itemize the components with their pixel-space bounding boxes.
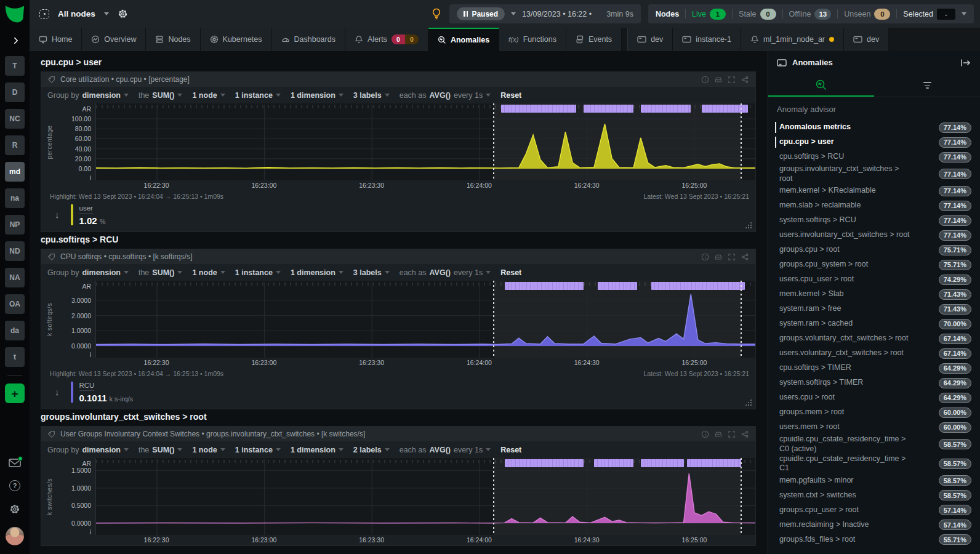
- dimension-sort-icon[interactable]: ↓: [55, 387, 60, 397]
- settings-icon[interactable]: [9, 504, 20, 515]
- highlight-edge[interactable]: [493, 281, 494, 358]
- tab-filters[interactable]: [874, 74, 980, 97]
- netdata-logo[interactable]: [0, 0, 30, 28]
- toolbar-dropdown[interactable]: 2 labels: [353, 446, 390, 454]
- toolbar-dropdown[interactable]: 1 node: [192, 446, 225, 454]
- space-T[interactable]: T: [5, 56, 25, 76]
- anomaly-list-item[interactable]: system.ram > free71.43%: [777, 302, 971, 316]
- toolbar-dropdown[interactable]: 1 instance: [235, 91, 281, 100]
- expand-sidebar-button[interactable]: [8, 34, 22, 47]
- pause-button[interactable]: Paused: [457, 7, 505, 20]
- anomaly-list-item[interactable]: mem.kernel > KReclaimable77.14%: [777, 183, 971, 198]
- tab-home[interactable]: Home: [30, 28, 82, 51]
- anomaly-list-item[interactable]: cpu.softirqs > TIMER64.29%: [777, 361, 971, 375]
- anomaly-list-item[interactable]: groups.involuntary_ctxt_switches > root7…: [777, 164, 971, 183]
- toolbar-dropdown[interactable]: 1 node: [192, 91, 225, 100]
- anomaly-list-item[interactable]: groups.mem > root60.00%: [777, 405, 971, 420]
- toolbar-dropdown[interactable]: 3 labels: [353, 268, 390, 277]
- tab-alerts[interactable]: Alerts00: [345, 28, 428, 51]
- dimension-sort-icon[interactable]: ↓: [55, 209, 60, 220]
- anomaly-list-item[interactable]: system.ram > cached70.00%: [777, 316, 971, 331]
- share-icon[interactable]: [741, 430, 749, 438]
- anomaly-list-item[interactable]: cpuidle.cpu_cstate_residency_time > C0 (…: [777, 435, 971, 454]
- user-avatar[interactable]: [6, 527, 24, 545]
- chart-plot-area[interactable]: [95, 281, 755, 358]
- anomaly-list-item[interactable]: cpu.cpu > user77.14%: [777, 135, 971, 150]
- info-icon[interactable]: [701, 253, 709, 261]
- chart-plot-area[interactable]: [95, 103, 755, 180]
- nodes-selected[interactable]: Selected-: [903, 9, 955, 20]
- toolbar-dropdown[interactable]: each asAVG()every 1s: [400, 446, 491, 454]
- chevron-down-icon[interactable]: [962, 12, 966, 15]
- toolbar-dropdown[interactable]: theSUM(): [139, 446, 183, 454]
- nodes-live[interactable]: Live1: [692, 9, 726, 20]
- reset-button[interactable]: Reset: [500, 446, 521, 454]
- toolbar-dropdown[interactable]: Group bydimension: [47, 91, 129, 100]
- space-t[interactable]: t: [5, 347, 25, 367]
- resize-handle[interactable]: [745, 222, 752, 228]
- space-na[interactable]: na: [5, 188, 25, 208]
- space-ND[interactable]: ND: [5, 241, 25, 261]
- anomaly-list-item[interactable]: groups.cpu_system > root75.71%: [777, 257, 971, 272]
- toolbar-dropdown[interactable]: 1 dimension: [291, 91, 343, 100]
- space-NA[interactable]: NA: [5, 268, 25, 287]
- chevron-down-icon[interactable]: [104, 12, 109, 15]
- space-D[interactable]: D: [5, 82, 25, 102]
- drawer-icon[interactable]: [714, 76, 723, 84]
- anomaly-list-item[interactable]: groups.fds_files > root55.71%: [777, 532, 971, 547]
- add-space-button[interactable]: +: [5, 383, 25, 403]
- expand-icon[interactable]: [728, 253, 736, 261]
- tab-functions[interactable]: f(x)Functions: [499, 28, 566, 51]
- toolbar-dropdown[interactable]: theSUM(): [139, 268, 183, 277]
- chart-plot-area[interactable]: [95, 458, 755, 535]
- help-icon[interactable]: ?: [9, 480, 20, 491]
- anomaly-list-item[interactable]: users.involuntary_ctxt_switches > root77…: [777, 228, 971, 243]
- collapse-sidebar-icon[interactable]: [960, 58, 971, 67]
- space-settings-icon[interactable]: [118, 9, 128, 19]
- date-range[interactable]: 13/09/2023 • 16:22 •: [522, 10, 592, 18]
- expand-icon[interactable]: [728, 430, 736, 438]
- reset-button[interactable]: Reset: [500, 91, 521, 100]
- tab-instance-1[interactable]: instance-1: [673, 28, 741, 51]
- anomaly-list-item[interactable]: groups.voluntary_ctxt_switches > root67.…: [777, 331, 971, 346]
- anomaly-list-item[interactable]: system.softirqs > TIMER64.29%: [777, 375, 971, 390]
- highlight-edge[interactable]: [741, 103, 742, 180]
- tab-dashboards[interactable]: Dashboards: [272, 28, 345, 51]
- share-icon[interactable]: [741, 76, 749, 84]
- tab-ml-1min-node-ar[interactable]: ml_1min_node_ar: [741, 28, 844, 51]
- anomaly-list-item[interactable]: cpuidle.cpu_cstate_residency_time > C158…: [777, 454, 971, 473]
- legend-dimension-name[interactable]: user: [79, 204, 93, 214]
- toolbar-dropdown[interactable]: 1 node: [192, 268, 225, 277]
- info-icon[interactable]: [701, 430, 709, 438]
- resize-handle[interactable]: [745, 399, 752, 406]
- space-NP[interactable]: NP: [5, 215, 25, 235]
- anomaly-list-item[interactable]: mem.pgfaults > minor58.57%: [777, 473, 971, 488]
- tab-anomalies[interactable]: Anomalies: [428, 28, 499, 51]
- legend-dimension-name[interactable]: RCU: [79, 382, 95, 391]
- highlight-edge[interactable]: [493, 103, 494, 180]
- space-NC[interactable]: NC: [5, 109, 25, 129]
- space-R[interactable]: R: [5, 135, 25, 155]
- anomaly-list-item[interactable]: users.voluntary_ctxt_switches > root67.1…: [777, 346, 971, 361]
- anomaly-list-item[interactable]: system.ctxt > switches58.57%: [777, 488, 971, 503]
- anomaly-list-item[interactable]: users.cpu > root64.29%: [777, 390, 971, 405]
- toolbar-dropdown[interactable]: Group bydimension: [47, 446, 129, 454]
- highlight-edge[interactable]: [741, 281, 742, 358]
- highlight-edge[interactable]: [493, 458, 494, 535]
- space-OA[interactable]: OA: [5, 294, 25, 314]
- tab-dev[interactable]: dev: [628, 28, 673, 51]
- toolbar-dropdown[interactable]: 3 labels: [353, 91, 390, 100]
- anomaly-list-item[interactable]: users.cpu_user > root74.29%: [777, 272, 971, 287]
- news-icon[interactable]: [9, 458, 21, 468]
- tab-nodes[interactable]: Nodes: [146, 28, 200, 51]
- info-icon[interactable]: [701, 76, 709, 84]
- anomaly-list-item[interactable]: cpu.softirqs > RCU77.14%: [777, 150, 971, 164]
- space-da[interactable]: da: [5, 321, 25, 340]
- nodes-stale[interactable]: Stale0: [739, 9, 776, 20]
- nodes-unseen[interactable]: Unseen0: [844, 9, 890, 20]
- space-md[interactable]: md: [5, 162, 25, 182]
- chevron-down-icon[interactable]: [511, 12, 516, 15]
- tab-events[interactable]: Events: [566, 28, 622, 51]
- toolbar-dropdown[interactable]: 1 dimension: [291, 446, 343, 454]
- drawer-icon[interactable]: [714, 430, 723, 438]
